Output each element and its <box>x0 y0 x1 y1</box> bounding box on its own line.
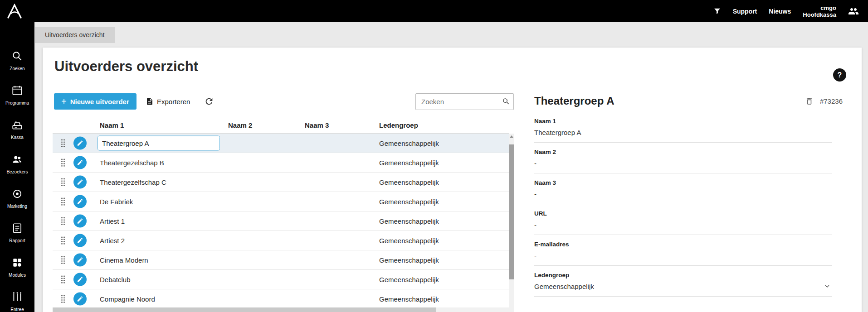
detail-field: URL - <box>534 210 832 235</box>
edit-button[interactable] <box>73 195 87 208</box>
pencil-icon <box>77 218 83 225</box>
sidebar-item-bezoekers[interactable]: Bezoekers <box>0 154 34 174</box>
cell-ledengroep: Gemeenschappelijk <box>379 256 439 264</box>
entrance-gate-icon <box>11 291 23 305</box>
edit-button[interactable] <box>73 215 87 228</box>
edit-button[interactable] <box>73 254 87 267</box>
sidebar-item-label: Zoeken <box>10 66 24 71</box>
drag-handle-icon[interactable] <box>60 197 66 206</box>
cell-naam1: De Fabriek <box>100 198 133 206</box>
app-logo[interactable] <box>6 4 23 19</box>
horizontal-scrollbar-thumb[interactable] <box>53 307 436 312</box>
export-button[interactable]: Exporteren <box>146 93 190 110</box>
field-label: URL <box>534 210 832 217</box>
chevron-down-icon[interactable] <box>824 283 831 292</box>
tab-uitvoerders-overzicht[interactable]: Uitvoerders overzicht <box>35 27 115 43</box>
cell-ledengroep: Gemeenschappelijk <box>379 178 439 186</box>
table-row[interactable]: Theatergezelfschap C Gemeenschappelijk <box>53 173 509 192</box>
table-row[interactable]: Gemeenschappelijk <box>53 134 509 153</box>
drag-handle-icon[interactable] <box>60 256 66 264</box>
table-row[interactable]: Artiest 1 Gemeenschappelijk <box>53 211 509 231</box>
pencil-icon <box>77 140 83 147</box>
column-header-naam1: Naam 1 <box>100 121 124 129</box>
table-row[interactable]: Artiest 2 Gemeenschappelijk <box>53 231 509 250</box>
edit-button[interactable] <box>73 156 87 169</box>
horizontal-scrollbar <box>53 307 509 312</box>
sidebar-item-kassa[interactable]: Kassa <box>0 119 34 140</box>
sidebar-item-rapport[interactable]: Rapport <box>0 222 34 243</box>
cell-ledengroep: Gemeenschappelijk <box>379 159 439 167</box>
search-input[interactable] <box>415 93 514 110</box>
pencil-icon <box>77 257 83 264</box>
cell-naam1: Debatclub <box>100 276 131 283</box>
refresh-icon[interactable] <box>202 95 216 108</box>
account-org: cmgo <box>803 5 836 11</box>
sidebar-item-label: Marketing <box>7 204 27 209</box>
account-info[interactable]: cmgo Hoofdkassa <box>803 5 836 18</box>
search-icon <box>11 50 23 64</box>
drag-handle-icon[interactable] <box>60 236 66 245</box>
cell-ledengroep: Gemeenschappelijk <box>379 295 439 303</box>
edit-button[interactable] <box>73 273 87 286</box>
field-label: Naam 3 <box>534 179 832 186</box>
table-row[interactable]: Compagnie Noord Gemeenschappelijk <box>53 289 509 309</box>
table-body: Gemeenschappelijk Theatergezelschap B Ge… <box>53 134 509 309</box>
users-icon[interactable] <box>848 6 859 17</box>
drag-handle-icon[interactable] <box>60 139 66 148</box>
edit-button[interactable] <box>73 293 87 306</box>
sidebar-item-label: Programma <box>5 101 29 106</box>
scroll-up-arrow-icon[interactable] <box>510 135 513 138</box>
detail-panel: Theatergroep A #73236 Naam 1 Theatergroe… <box>534 94 843 302</box>
sidebar-item-label: Bezoekers <box>6 169 28 174</box>
search-icon[interactable] <box>502 97 510 107</box>
filter-icon[interactable] <box>713 7 721 15</box>
drag-handle-icon[interactable] <box>60 158 66 167</box>
sidebar-item-label: Modules <box>9 273 26 278</box>
nieuws-link[interactable]: Nieuws <box>769 8 791 15</box>
sidebar-item-modules[interactable]: Modules <box>0 257 34 278</box>
detail-field: E-mailadres - <box>534 241 832 266</box>
drag-handle-icon[interactable] <box>60 275 66 284</box>
table-row[interactable]: Debatclub Gemeenschappelijk <box>53 270 509 289</box>
table-row[interactable]: Theatergezelschap B Gemeenschappelijk <box>53 153 509 173</box>
column-header-ledengroep: Ledengroep <box>379 121 418 129</box>
cell-naam1: Artiest 2 <box>100 237 125 245</box>
drag-handle-icon[interactable] <box>60 178 66 187</box>
edit-button[interactable] <box>73 176 87 189</box>
help-icon[interactable]: ? <box>833 68 846 82</box>
field-label: Naam 1 <box>534 118 832 125</box>
table-row[interactable]: Cinema Modern Gemeenschappelijk <box>53 250 509 270</box>
plus-icon: + <box>61 97 67 106</box>
content-card: Uitvoerders overzicht ? + Nieuwe uitvoer… <box>43 48 862 312</box>
sidebar: Zoeken Programma Kassa Bezoekers Marketi… <box>0 22 34 312</box>
trash-icon[interactable] <box>805 97 814 106</box>
sidebar-item-entree[interactable]: Entree <box>0 291 34 312</box>
cell-naam1: Artiest 1 <box>100 217 125 225</box>
vertical-scrollbar <box>509 134 514 312</box>
detail-field: Naam 2 - <box>534 149 832 173</box>
cell-naam1: Theatergezelschap B <box>100 159 164 167</box>
calendar-icon <box>11 85 23 98</box>
pencil-icon <box>77 276 83 283</box>
drag-handle-icon[interactable] <box>60 295 66 303</box>
detail-field: Naam 3 - <box>534 179 832 204</box>
table-header: Naam 1 Naam 2 Naam 3 Ledengroep <box>53 120 509 134</box>
edit-button[interactable] <box>73 234 87 247</box>
naam1-edit-input[interactable] <box>98 136 220 151</box>
drag-handle-icon[interactable] <box>60 217 66 226</box>
table-row[interactable]: De Fabriek Gemeenschappelijk <box>53 192 509 211</box>
sidebar-item-programma[interactable]: Programma <box>0 85 34 106</box>
edit-button[interactable] <box>73 137 87 150</box>
column-header-naam3: Naam 3 <box>305 121 329 129</box>
sidebar-item-marketing[interactable]: Marketing <box>0 188 34 209</box>
cell-naam1: Theatergezelfschap C <box>100 178 166 186</box>
support-link[interactable]: Support <box>733 8 757 15</box>
cash-register-icon <box>11 119 23 133</box>
vertical-scrollbar-thumb[interactable] <box>509 144 514 279</box>
detail-field[interactable]: Ledengroep Gemeenschappelijk <box>534 272 832 297</box>
field-label: Naam 2 <box>534 149 832 155</box>
new-uitvoerder-button[interactable]: + Nieuwe uitvoerder <box>54 93 137 110</box>
cell-naam1: Compagnie Noord <box>100 295 155 303</box>
sidebar-item-zoeken[interactable]: Zoeken <box>0 50 34 71</box>
column-header-naam2: Naam 2 <box>228 121 252 129</box>
